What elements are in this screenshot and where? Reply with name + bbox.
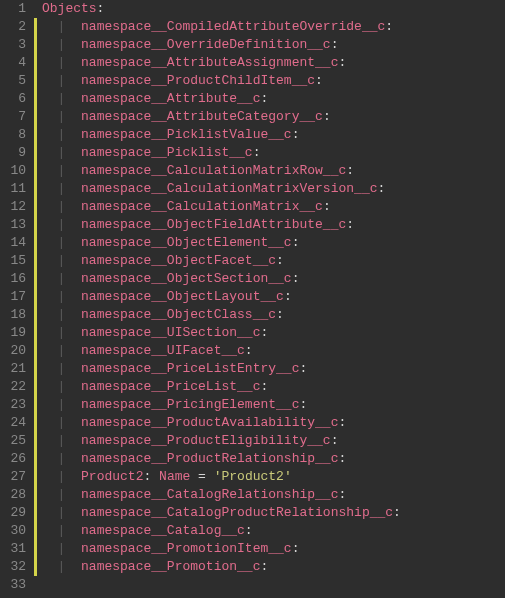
code-editor[interactable]: 1234567891011121314151617181920212223242… bbox=[0, 0, 505, 598]
line-number: 8 bbox=[4, 126, 26, 144]
yaml-key: Product2 bbox=[81, 469, 143, 484]
code-line[interactable]: | namespace__ObjectElement__c: bbox=[36, 234, 401, 252]
line-number: 14 bbox=[4, 234, 26, 252]
line-number: 27 bbox=[4, 468, 26, 486]
indent-guide: | bbox=[58, 469, 66, 484]
code-line[interactable]: | namespace__ObjectLayout__c: bbox=[36, 288, 401, 306]
yaml-key: namespace__Promotion__c bbox=[81, 559, 260, 574]
line-number: 10 bbox=[4, 162, 26, 180]
code-line[interactable]: | namespace__ObjectFacet__c: bbox=[36, 252, 401, 270]
colon: : bbox=[245, 343, 253, 358]
line-number: 26 bbox=[4, 450, 26, 468]
indent-guide: | bbox=[58, 145, 66, 160]
code-line[interactable]: | namespace__ProductChildItem__c: bbox=[36, 72, 401, 90]
code-line[interactable]: | namespace__ObjectSection__c: bbox=[36, 270, 401, 288]
code-line[interactable]: | namespace__CalculationMatrixVersion__c… bbox=[36, 180, 401, 198]
yaml-key: namespace__PriceListEntry__c bbox=[81, 361, 299, 376]
yaml-key: namespace__ObjectFieldAttribute__c bbox=[81, 217, 346, 232]
code-line[interactable]: | namespace__Picklist__c: bbox=[36, 144, 401, 162]
line-number-gutter: 1234567891011121314151617181920212223242… bbox=[0, 0, 34, 598]
yaml-key: namespace__ObjectLayout__c bbox=[81, 289, 284, 304]
line-number: 21 bbox=[4, 360, 26, 378]
code-line[interactable]: | namespace__ProductEligibility__c: bbox=[36, 432, 401, 450]
colon: : bbox=[331, 433, 339, 448]
yaml-key: namespace__CatalogRelationship__c bbox=[81, 487, 338, 502]
code-line[interactable]: | namespace__ProductRelationship__c: bbox=[36, 450, 401, 468]
line-number: 28 bbox=[4, 486, 26, 504]
code-line[interactable]: | namespace__CalculationMatrixRow__c: bbox=[36, 162, 401, 180]
colon: : bbox=[292, 235, 300, 250]
colon: : bbox=[299, 361, 307, 376]
indent-guide: | bbox=[58, 559, 66, 574]
yaml-key: namespace__ProductChildItem__c bbox=[81, 73, 315, 88]
colon: : bbox=[292, 127, 300, 142]
code-line[interactable]: | namespace__CompiledAttributeOverride__… bbox=[36, 18, 401, 36]
yaml-key: namespace__ObjectFacet__c bbox=[81, 253, 276, 268]
colon: : bbox=[292, 271, 300, 286]
indent-guide: | bbox=[58, 127, 66, 142]
yaml-key: namespace__PriceList__c bbox=[81, 379, 260, 394]
code-line[interactable]: | namespace__CatalogProductRelationship_… bbox=[36, 504, 401, 522]
code-line[interactable]: | namespace__UIFacet__c: bbox=[36, 342, 401, 360]
colon: : bbox=[346, 163, 354, 178]
code-line[interactable]: | namespace__PricingElement__c: bbox=[36, 396, 401, 414]
line-number: 33 bbox=[4, 576, 26, 594]
line-number: 17 bbox=[4, 288, 26, 306]
yaml-key: namespace__Catalog__c bbox=[81, 523, 245, 538]
indent-guide: | bbox=[58, 163, 66, 178]
code-line[interactable]: | namespace__CatalogRelationship__c: bbox=[36, 486, 401, 504]
colon: : bbox=[338, 451, 346, 466]
colon: : bbox=[346, 217, 354, 232]
code-line[interactable]: | namespace__Attribute__c: bbox=[36, 90, 401, 108]
colon: : bbox=[253, 145, 261, 160]
code-line[interactable]: | namespace__AttributeCategory__c: bbox=[36, 108, 401, 126]
yaml-key: namespace__CatalogProductRelationship__c bbox=[81, 505, 393, 520]
code-line[interactable]: | namespace__Catalog__c: bbox=[36, 522, 401, 540]
code-line[interactable]: | namespace__OverrideDefinition__c: bbox=[36, 36, 401, 54]
colon: : bbox=[385, 19, 393, 34]
code-line[interactable]: | namespace__PromotionItem__c: bbox=[36, 540, 401, 558]
code-line[interactable]: | namespace__ObjectFieldAttribute__c: bbox=[36, 216, 401, 234]
line-number: 20 bbox=[4, 342, 26, 360]
code-area[interactable]: Objects: | namespace__CompiledAttributeO… bbox=[34, 0, 401, 598]
indent-guide: | bbox=[58, 199, 66, 214]
yaml-key: namespace__CompiledAttributeOverride__c bbox=[81, 19, 385, 34]
code-line[interactable]: | namespace__UISection__c: bbox=[36, 324, 401, 342]
indent-guide: | bbox=[58, 289, 66, 304]
indent-guide: | bbox=[58, 37, 66, 52]
colon: : bbox=[276, 307, 284, 322]
code-line[interactable]: | namespace__PriceList__c: bbox=[36, 378, 401, 396]
line-number: 11 bbox=[4, 180, 26, 198]
yaml-key: namespace__ProductEligibility__c bbox=[81, 433, 331, 448]
colon: : bbox=[260, 559, 268, 574]
code-line[interactable]: | namespace__Promotion__c: bbox=[36, 558, 401, 576]
indent-guide: | bbox=[58, 343, 66, 358]
line-number: 6 bbox=[4, 90, 26, 108]
code-line[interactable]: | namespace__PicklistValue__c: bbox=[36, 126, 401, 144]
colon: : bbox=[260, 325, 268, 340]
modified-indicator bbox=[34, 18, 37, 576]
code-line[interactable]: | namespace__CalculationMatrix__c: bbox=[36, 198, 401, 216]
code-line[interactable]: | namespace__ProductAvailability__c: bbox=[36, 414, 401, 432]
yaml-key: namespace__ObjectElement__c bbox=[81, 235, 292, 250]
yaml-key: namespace__CalculationMatrixVersion__c bbox=[81, 181, 377, 196]
colon: : bbox=[299, 397, 307, 412]
colon: : bbox=[338, 55, 346, 70]
indent-guide: | bbox=[58, 523, 66, 538]
code-line[interactable]: | namespace__PriceListEntry__c: bbox=[36, 360, 401, 378]
line-number: 23 bbox=[4, 396, 26, 414]
code-line[interactable] bbox=[36, 576, 401, 594]
line-number: 15 bbox=[4, 252, 26, 270]
colon: : bbox=[292, 541, 300, 556]
yaml-key: namespace__PromotionItem__c bbox=[81, 541, 292, 556]
code-line[interactable]: | namespace__ObjectClass__c: bbox=[36, 306, 401, 324]
indent-guide: | bbox=[58, 271, 66, 286]
colon: : bbox=[97, 1, 105, 16]
yaml-key: namespace__AttributeAssignment__c bbox=[81, 55, 338, 70]
line-number: 12 bbox=[4, 198, 26, 216]
line-number: 24 bbox=[4, 414, 26, 432]
code-line[interactable]: | Product2: Name = 'Product2' bbox=[36, 468, 401, 486]
code-line[interactable]: | namespace__AttributeAssignment__c: bbox=[36, 54, 401, 72]
yaml-key: namespace__Picklist__c bbox=[81, 145, 253, 160]
code-line[interactable]: Objects: bbox=[36, 0, 401, 18]
